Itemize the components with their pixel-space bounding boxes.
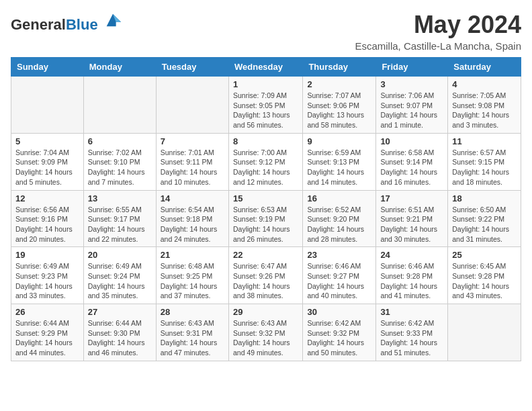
calendar-cell: 21Sunrise: 6:48 AMSunset: 9:25 PMDayligh… [156,247,228,304]
day-number: 18 [452,193,517,203]
day-info: Sunrise: 6:42 AMSunset: 9:33 PMDaylight:… [380,318,443,358]
calendar-cell [448,304,521,361]
calendar-cell: 14Sunrise: 6:54 AMSunset: 9:18 PMDayligh… [156,190,228,247]
calendar-cell: 27Sunrise: 6:44 AMSunset: 9:30 PMDayligh… [83,304,156,361]
day-number: 12 [15,193,79,203]
day-info: Sunrise: 6:52 AMSunset: 9:20 PMDaylight:… [307,205,371,244]
weekday-header-sunday: Sunday [11,58,84,77]
weekday-header-monday: Monday [83,58,156,77]
day-number: 11 [452,136,517,146]
day-number: 14 [161,193,224,203]
day-number: 30 [307,307,371,317]
calendar-week-row: 5Sunrise: 7:04 AMSunset: 9:09 PMDaylight… [11,133,521,190]
day-info: Sunrise: 6:46 AMSunset: 9:27 PMDaylight:… [307,261,371,301]
day-info: Sunrise: 7:01 AMSunset: 9:11 PMDaylight:… [161,148,224,187]
calendar-cell: 1Sunrise: 7:09 AMSunset: 9:05 PMDaylight… [228,77,302,134]
calendar-week-row: 12Sunrise: 6:56 AMSunset: 9:16 PMDayligh… [11,190,521,247]
day-info: Sunrise: 6:45 AMSunset: 9:28 PMDaylight:… [452,261,517,301]
calendar-cell: 2Sunrise: 7:07 AMSunset: 9:06 PMDaylight… [303,77,376,134]
day-info: Sunrise: 6:43 AMSunset: 9:31 PMDaylight:… [161,318,224,358]
day-number: 1 [233,79,298,89]
day-info: Sunrise: 6:58 AMSunset: 9:14 PMDaylight:… [380,148,443,187]
day-number: 16 [307,193,371,203]
calendar-cell: 6Sunrise: 7:02 AMSunset: 9:10 PMDaylight… [83,133,156,190]
calendar-cell: 24Sunrise: 6:46 AMSunset: 9:28 PMDayligh… [376,247,448,304]
weekday-header-saturday: Saturday [448,58,521,77]
calendar-cell: 26Sunrise: 6:44 AMSunset: 9:29 PMDayligh… [11,304,84,361]
calendar-cell: 29Sunrise: 6:43 AMSunset: 9:32 PMDayligh… [228,304,302,361]
calendar-cell: 8Sunrise: 7:00 AMSunset: 9:12 PMDaylight… [228,133,302,190]
calendar-cell: 25Sunrise: 6:45 AMSunset: 9:28 PMDayligh… [448,247,521,304]
day-info: Sunrise: 6:47 AMSunset: 9:26 PMDaylight:… [233,261,298,301]
day-info: Sunrise: 6:49 AMSunset: 9:24 PMDaylight:… [88,261,152,301]
day-number: 19 [15,250,79,260]
calendar-cell: 13Sunrise: 6:55 AMSunset: 9:17 PMDayligh… [83,190,156,247]
day-number: 25 [452,250,517,260]
calendar-cell: 10Sunrise: 6:58 AMSunset: 9:14 PMDayligh… [376,133,448,190]
calendar-cell: 19Sunrise: 6:49 AMSunset: 9:23 PMDayligh… [11,247,84,304]
calendar-cell [156,77,228,134]
day-number: 8 [233,136,298,146]
day-info: Sunrise: 7:05 AMSunset: 9:08 PMDaylight:… [452,91,517,130]
day-number: 10 [380,136,443,146]
calendar-week-row: 19Sunrise: 6:49 AMSunset: 9:23 PMDayligh… [11,247,521,304]
day-number: 28 [161,307,224,317]
day-info: Sunrise: 7:02 AMSunset: 9:10 PMDaylight:… [88,148,152,187]
day-info: Sunrise: 6:49 AMSunset: 9:23 PMDaylight:… [15,261,79,301]
weekday-header-wednesday: Wednesday [228,58,302,77]
logo: GeneralBlue [11,11,122,33]
day-number: 7 [161,136,224,146]
calendar-cell: 15Sunrise: 6:53 AMSunset: 9:19 PMDayligh… [228,190,302,247]
page-header: GeneralBlue May 2024 Escamilla, Castille… [11,11,521,52]
calendar-table: SundayMondayTuesdayWednesdayThursdayFrid… [11,57,521,361]
calendar-header-row: SundayMondayTuesdayWednesdayThursdayFrid… [11,58,521,77]
calendar-cell [11,77,84,134]
calendar-cell [83,77,156,134]
day-info: Sunrise: 6:56 AMSunset: 9:16 PMDaylight:… [15,205,79,244]
day-number: 23 [307,250,371,260]
day-number: 29 [233,307,298,317]
day-info: Sunrise: 6:50 AMSunset: 9:22 PMDaylight:… [452,205,517,244]
day-info: Sunrise: 6:44 AMSunset: 9:30 PMDaylight:… [88,318,152,358]
calendar-cell: 3Sunrise: 7:06 AMSunset: 9:07 PMDaylight… [376,77,448,134]
location-subtitle: Escamilla, Castille-La Mancha, Spain [355,40,521,52]
day-info: Sunrise: 7:04 AMSunset: 9:09 PMDaylight:… [15,148,79,187]
day-info: Sunrise: 6:42 AMSunset: 9:32 PMDaylight:… [307,318,371,358]
month-year-title: May 2024 [355,11,521,39]
day-number: 21 [161,250,224,260]
logo-icon [103,11,122,30]
day-info: Sunrise: 6:48 AMSunset: 9:25 PMDaylight:… [161,261,224,301]
day-number: 26 [15,307,79,317]
calendar-cell: 7Sunrise: 7:01 AMSunset: 9:11 PMDaylight… [156,133,228,190]
day-number: 22 [233,250,298,260]
day-number: 4 [452,79,517,89]
day-info: Sunrise: 6:54 AMSunset: 9:18 PMDaylight:… [161,205,224,244]
day-info: Sunrise: 6:57 AMSunset: 9:15 PMDaylight:… [452,148,517,187]
day-number: 27 [88,307,152,317]
calendar-cell: 31Sunrise: 6:42 AMSunset: 9:33 PMDayligh… [376,304,448,361]
calendar-cell: 9Sunrise: 6:59 AMSunset: 9:13 PMDaylight… [303,133,376,190]
day-number: 2 [307,79,371,89]
calendar-cell: 17Sunrise: 6:51 AMSunset: 9:21 PMDayligh… [376,190,448,247]
logo-blue-text: Blue [66,16,98,33]
day-number: 3 [380,79,443,89]
day-info: Sunrise: 6:59 AMSunset: 9:13 PMDaylight:… [307,148,371,187]
calendar-cell: 11Sunrise: 6:57 AMSunset: 9:15 PMDayligh… [448,133,521,190]
day-info: Sunrise: 6:44 AMSunset: 9:29 PMDaylight:… [15,318,79,358]
day-number: 13 [88,193,152,203]
day-number: 15 [233,193,298,203]
calendar-cell: 16Sunrise: 6:52 AMSunset: 9:20 PMDayligh… [303,190,376,247]
weekday-header-tuesday: Tuesday [156,58,228,77]
day-info: Sunrise: 7:09 AMSunset: 9:05 PMDaylight:… [233,91,298,130]
calendar-cell: 22Sunrise: 6:47 AMSunset: 9:26 PMDayligh… [228,247,302,304]
calendar-cell: 18Sunrise: 6:50 AMSunset: 9:22 PMDayligh… [448,190,521,247]
calendar-week-row: 1Sunrise: 7:09 AMSunset: 9:05 PMDaylight… [11,77,521,134]
weekday-header-thursday: Thursday [303,58,376,77]
calendar-cell: 4Sunrise: 7:05 AMSunset: 9:08 PMDaylight… [448,77,521,134]
calendar-cell: 5Sunrise: 7:04 AMSunset: 9:09 PMDaylight… [11,133,84,190]
day-number: 17 [380,193,443,203]
day-info: Sunrise: 7:00 AMSunset: 9:12 PMDaylight:… [233,148,298,187]
day-info: Sunrise: 6:53 AMSunset: 9:19 PMDaylight:… [233,205,298,244]
calendar-cell: 20Sunrise: 6:49 AMSunset: 9:24 PMDayligh… [83,247,156,304]
day-info: Sunrise: 7:07 AMSunset: 9:06 PMDaylight:… [307,91,371,130]
